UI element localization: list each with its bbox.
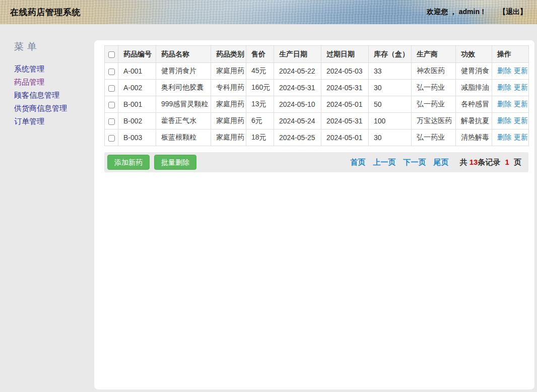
cell-category: 家庭用药 xyxy=(211,113,246,129)
column-header-8: 功效 xyxy=(456,46,492,63)
page-label: 页 xyxy=(514,158,521,166)
cell-price: 45元 xyxy=(246,63,274,80)
last-page-link[interactable]: 尾页 xyxy=(433,158,448,167)
update-link[interactable]: 更新 xyxy=(514,67,528,75)
row-checkbox[interactable] xyxy=(108,135,115,142)
table-row: B-001999感冒灵颗粒家庭用药13元2024-05-102024-05-01… xyxy=(105,96,529,113)
cell-exp_date: 2024-05-31 xyxy=(321,80,369,96)
sidebar-item-customer[interactable]: 顾客信息管理 xyxy=(14,89,94,102)
row-checkbox[interactable] xyxy=(108,69,115,75)
delete-link[interactable]: 删除 xyxy=(497,133,511,141)
cell-category: 家庭用药 xyxy=(211,63,246,80)
cell-category: 家庭用药 xyxy=(211,129,246,146)
column-header-6: 库存（盒） xyxy=(369,46,412,63)
cell-id: A-001 xyxy=(118,63,156,80)
update-link[interactable]: 更新 xyxy=(514,133,528,141)
table-row: A-002奥利司他胶囊专科用药160元2024-05-312024-05-313… xyxy=(105,80,529,96)
cell-name: 999感冒灵颗粒 xyxy=(156,96,211,113)
cell-id: B-001 xyxy=(118,96,156,113)
cell-actions: 删除更新 xyxy=(492,96,529,113)
column-header-9: 操作 xyxy=(492,46,529,63)
row-checkbox[interactable] xyxy=(108,102,115,108)
cell-stock: 50 xyxy=(369,96,412,113)
column-header-0: 药品编号 xyxy=(118,46,156,63)
cell-price: 13元 xyxy=(246,96,274,113)
sidebar-item-order[interactable]: 订单管理 xyxy=(14,115,94,128)
batch-delete-button[interactable]: 批量删除 xyxy=(154,155,196,170)
update-link[interactable]: 更新 xyxy=(514,100,528,108)
table-head: 药品编号药品名称药品类别售价生产日期过期日期库存（盒）生产商功效操作 xyxy=(105,46,529,63)
cell-prod_date: 2024-05-10 xyxy=(274,96,321,113)
cell-name: 健胃消食片 xyxy=(156,63,211,80)
next-page-link[interactable]: 下一页 xyxy=(403,158,426,167)
cell-prod_date: 2024-05-25 xyxy=(274,129,321,146)
cell-price: 160元 xyxy=(246,80,274,96)
cell-actions: 删除更新 xyxy=(492,63,529,80)
header-user-area: 欢迎您 ， admin！ 【退出】 xyxy=(427,8,527,17)
welcome-text: 欢迎您 ， admin！ xyxy=(427,8,487,17)
logout-link[interactable]: 【退出】 xyxy=(499,8,527,17)
cell-manufacturer: 神农医药 xyxy=(412,63,456,80)
column-header-1: 药品名称 xyxy=(156,46,211,63)
cell-price: 6元 xyxy=(246,113,274,129)
sidebar: 菜单 系统管理 药品管理 顾客信息管理 供货商信息管理 订单管理 xyxy=(0,24,94,392)
app-header: 在线药店管理系统 欢迎您 ， admin！ 【退出】 xyxy=(0,0,537,24)
update-link[interactable]: 更新 xyxy=(514,116,528,124)
add-medicine-button[interactable]: 添加新药 xyxy=(107,155,150,170)
row-select-cell xyxy=(105,129,118,146)
cell-actions: 删除更新 xyxy=(492,113,529,129)
column-header-3: 售价 xyxy=(246,46,274,63)
row-checkbox[interactable] xyxy=(108,85,115,92)
table-row: B-003板蓝根颗粒家庭用药18元2024-05-252024-05-0130弘… xyxy=(105,129,529,146)
cell-stock: 100 xyxy=(369,113,412,129)
current-page-number: 1 xyxy=(505,158,509,166)
cell-exp_date: 2024-05-01 xyxy=(321,96,369,113)
cell-stock: 30 xyxy=(369,129,412,146)
select-all-checkbox[interactable] xyxy=(108,51,115,58)
cell-manufacturer: 弘一药业 xyxy=(412,80,456,96)
row-checkbox[interactable] xyxy=(108,118,115,125)
cell-name: 奥利司他胶囊 xyxy=(156,80,211,96)
cell-exp_date: 2024-05-31 xyxy=(321,113,369,129)
column-header-7: 生产商 xyxy=(412,46,456,63)
first-page-link[interactable]: 首页 xyxy=(350,158,365,167)
cell-id: A-002 xyxy=(118,80,156,96)
sidebar-item-medicine[interactable]: 药品管理 xyxy=(14,76,94,89)
row-select-cell xyxy=(105,80,118,96)
delete-link[interactable]: 删除 xyxy=(497,83,511,91)
column-header-5: 过期日期 xyxy=(321,46,369,63)
prev-page-link[interactable]: 上一页 xyxy=(373,158,395,167)
medicine-table: 药品编号药品名称药品类别售价生产日期过期日期库存（盒）生产商功效操作 A-001… xyxy=(104,45,529,146)
table-row: B-002藿香正气水家庭用药6元2024-05-242024-05-31100万… xyxy=(105,113,529,129)
sidebar-item-supplier[interactable]: 供货商信息管理 xyxy=(14,102,94,115)
cell-stock: 30 xyxy=(369,80,412,96)
bottom-toolbar: 添加新药 批量删除 首页 上一页 下一页 尾页 共 13条记录 1 页 xyxy=(104,152,528,172)
cell-efficacy: 解暑抗夏 xyxy=(456,113,492,129)
cell-prod_date: 2024-05-31 xyxy=(274,80,321,96)
cell-name: 藿香正气水 xyxy=(156,113,211,129)
table-header-row: 药品编号药品名称药品类别售价生产日期过期日期库存（盒）生产商功效操作 xyxy=(105,46,529,63)
cell-category: 专科用药 xyxy=(211,80,246,96)
column-header-4: 生产日期 xyxy=(274,46,321,63)
cell-manufacturer: 弘一药业 xyxy=(412,96,456,113)
cell-category: 家庭用药 xyxy=(211,96,246,113)
delete-link[interactable]: 删除 xyxy=(497,100,511,108)
pagination: 首页 上一页 下一页 尾页 共 13条记录 1 页 xyxy=(343,158,521,167)
cell-manufacturer: 万宝达医药 xyxy=(412,113,456,129)
delete-link[interactable]: 删除 xyxy=(497,116,511,124)
sidebar-item-system[interactable]: 系统管理 xyxy=(14,62,94,76)
records-label: 条记录 xyxy=(478,158,500,166)
total-label: 共 xyxy=(459,158,467,166)
row-select-cell xyxy=(105,96,118,113)
row-select-cell xyxy=(105,63,118,80)
delete-link[interactable]: 删除 xyxy=(497,67,511,75)
cell-price: 18元 xyxy=(246,129,274,146)
total-count: 13 xyxy=(469,158,478,166)
button-group: 添加新药 批量删除 xyxy=(107,155,196,170)
cell-id: B-003 xyxy=(118,129,156,146)
update-link[interactable]: 更新 xyxy=(514,83,528,91)
table-row: A-001健胃消食片家庭用药45元2024-05-222024-05-0333神… xyxy=(105,63,529,80)
main-panel: 药品编号药品名称药品类别售价生产日期过期日期库存（盒）生产商功效操作 A-001… xyxy=(94,40,534,389)
app-title: 在线药店管理系统 xyxy=(10,7,81,18)
row-select-cell xyxy=(105,113,118,129)
